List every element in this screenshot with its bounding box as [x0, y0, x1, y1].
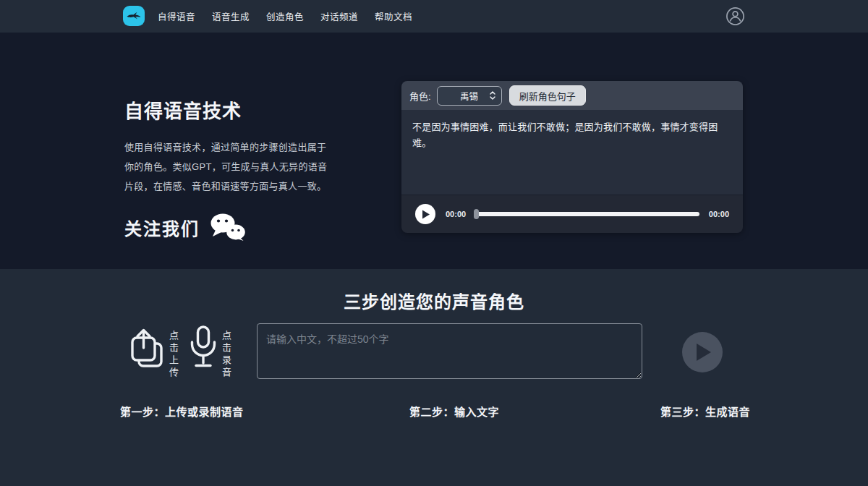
steps-title: 三步创造您的声音角色 — [0, 288, 868, 313]
role-card-body: 不是因为事情困难，而让我们不敢做；是因为我们不敢做，事情才变得困难。 — [401, 110, 743, 195]
step1-label: 第一步：上传或录制语音 — [120, 404, 244, 419]
nav-item-help-docs[interactable]: 帮助文档 — [375, 9, 412, 23]
user-avatar-icon — [726, 7, 745, 26]
step2-label: 第二步：输入文字 — [409, 404, 499, 419]
role-sentence: 不是因为事情困难，而让我们不敢做；是因为我们不敢做，事情才变得困难。 — [412, 119, 732, 151]
nav-item-zide-voice[interactable]: 自得语音 — [158, 9, 195, 23]
hero-description: 使用自得语音技术，通过简单的步骤创造出属于你的角色。类似GPT，可生成与真人无异… — [124, 137, 331, 196]
upload-label: 点击上传 — [169, 331, 178, 380]
text-input[interactable] — [257, 323, 642, 379]
account-button[interactable] — [726, 7, 745, 26]
record-label: 点击录音 — [221, 331, 231, 380]
nav-item-chat-channel[interactable]: 对话频道 — [320, 9, 358, 23]
follow-us-row: 关注我们 — [124, 213, 341, 241]
page: 自得语音 语音生成 创造角色 对话频道 帮助文档 自得语音技术 使用自得语音技术… — [0, 0, 868, 486]
hero-intro: 自得语音技术 使用自得语音技术，通过简单的步骤创造出属于你的角色。类似GPT，可… — [124, 96, 341, 241]
nav-item-voice-gen[interactable]: 语音生成 — [212, 9, 250, 23]
play-icon — [421, 210, 430, 219]
hero-title: 自得语音技术 — [124, 96, 341, 123]
steps-section: 三步创造您的声音角色 点击上传 点击 — [0, 269, 868, 486]
role-card: 角色: 禹锡 刷新角色句子 不是因为事情困难，而让我们不敢做；是因为我们不敢做，… — [401, 81, 743, 233]
role-label: 角色: — [409, 89, 431, 103]
role-card-header: 角色: 禹锡 刷新角色句子 — [401, 81, 743, 110]
role-select[interactable]: 禹锡 — [437, 86, 502, 106]
seek-bar[interactable] — [474, 212, 699, 216]
seek-thumb[interactable] — [474, 209, 479, 219]
updown-chevron-icon — [489, 90, 496, 101]
follow-us-label: 关注我们 — [124, 215, 200, 240]
audio-player: 00:00 00:00 — [401, 195, 743, 233]
record-button[interactable] — [189, 325, 218, 371]
navbar: 自得语音 语音生成 创造角色 对话频道 帮助文档 — [0, 0, 868, 33]
generate-play-button[interactable] — [682, 332, 723, 372]
wechat-icon[interactable] — [210, 213, 246, 241]
app-logo[interactable] — [123, 6, 145, 26]
total-time: 00:00 — [709, 210, 729, 218]
upload-button[interactable] — [129, 328, 164, 371]
step3-label: 第三步：生成语音 — [660, 404, 750, 419]
hero-section: 自得语音技术 使用自得语音技术，通过简单的步骤创造出属于你的角色。类似GPT，可… — [0, 33, 868, 269]
refresh-sentence-button[interactable]: 刷新角色句子 — [509, 85, 586, 106]
role-select-value: 禹锡 — [460, 89, 478, 103]
current-time: 00:00 — [446, 210, 466, 218]
microphone-icon — [189, 325, 218, 371]
swallow-bird-icon — [126, 9, 142, 22]
nav-item-create-role[interactable]: 创造角色 — [266, 9, 304, 23]
player-play-button[interactable] — [415, 204, 435, 224]
play-icon — [694, 343, 711, 362]
upload-icon — [129, 328, 164, 371]
main-nav: 自得语音 语音生成 创造角色 对话频道 帮助文档 — [158, 0, 412, 33]
